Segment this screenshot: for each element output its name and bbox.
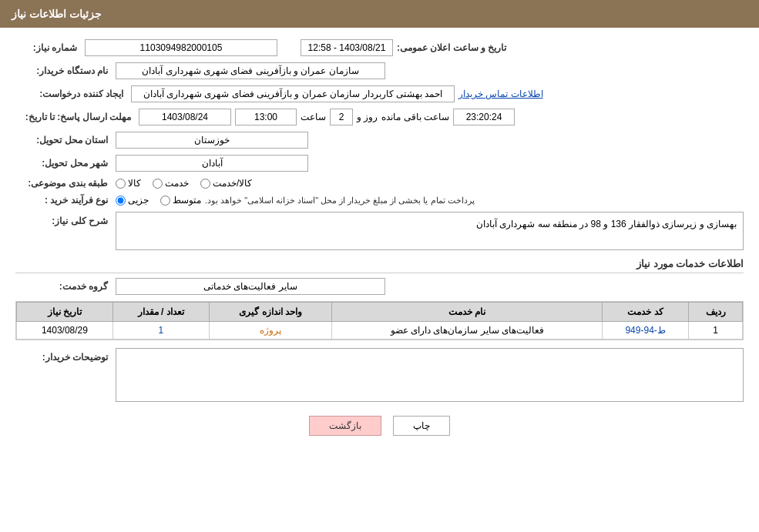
button-row: چاپ بازگشت <box>15 416 744 436</box>
khadamat-section-title: اطلاعات خدمات مورد نیاز <box>15 258 744 273</box>
col-kod: کد خدمت <box>602 303 688 322</box>
table-cell: 1 <box>689 322 743 340</box>
tavzihat-row: توضیحات خریدار: <box>15 348 744 404</box>
print-button[interactable]: چاپ <box>393 416 450 436</box>
ijad-konande-value: احمد بهشتی کاربردار سازمان عمران و بازآف… <box>131 85 455 102</box>
mohlat-time-label: ساعت <box>301 112 326 122</box>
mohlat-baqi-value: 23:20:24 <box>453 109 515 125</box>
mohlat-roz-value: 2 <box>330 109 353 125</box>
col-radif: ردیف <box>689 303 743 322</box>
radio-kala-khadamat[interactable]: کالا/خدمت <box>200 178 252 189</box>
tabaghebandi-label: طبقه بندی موضوعی: <box>15 178 108 189</box>
col-tarikh: تاریخ نیاز <box>17 303 113 322</box>
mohlat-row: 23:20:24 ساعت باقی مانده روز و 2 ساعت 13… <box>15 109 744 125</box>
col-nam: نام خدمت <box>332 303 602 322</box>
shahr-row: آبادان شهر محل تحویل: <box>15 155 744 172</box>
shahr-value: آبادان <box>116 155 308 172</box>
radio-mottaset[interactable]: متوسط <box>160 195 201 206</box>
col-vahed: واحد اندازه گیری <box>209 303 332 322</box>
tavzihat-textarea[interactable] <box>116 348 744 402</box>
shomare-niaz-value: 1103094982000105 <box>85 39 277 56</box>
radio-jozi[interactable]: جزیی <box>116 195 149 206</box>
radio-mottaset-label: متوسط <box>173 195 201 206</box>
mohlat-date-value: 1403/08/24 <box>139 109 231 125</box>
tarikh-value: 1403/08/21 - 12:58 <box>301 39 393 56</box>
noe-farayand-row: پرداخت تمام یا بخشی از مبلغ خریدار از مح… <box>15 195 744 206</box>
radio-khadamat[interactable]: خدمت <box>153 178 189 189</box>
sharh-value: بهسازی و زیرسازی ذوالفقار 136 و 98 در من… <box>476 219 737 229</box>
radio-kala-label: کالا <box>128 178 141 189</box>
shomare-niaz-label: شماره نیاز: <box>15 42 77 53</box>
tavzihat-label: توضیحات خریدار: <box>15 348 108 363</box>
sharh-box: بهسازی و زیرسازی ذوالفقار 136 و 98 در من… <box>116 212 744 250</box>
radio-kala[interactable]: کالا <box>116 178 141 189</box>
mohlat-baqi-label: ساعت باقی مانده <box>381 112 449 122</box>
grohe-khadamat-row: سایر فعالیت‌های خدماتی گروه خدمت: <box>15 278 744 295</box>
table-cell: پروژه <box>209 322 332 340</box>
page-header: جزئیات اطلاعات نیاز <box>0 0 759 28</box>
ijad-konande-row: اطلاعات تماس خریدار احمد بهشتی کاربردار … <box>15 85 744 102</box>
services-table: ردیف کد خدمت نام خدمت واحد اندازه گیری ت… <box>16 302 743 340</box>
grohe-khadamat-label: گروه خدمت: <box>15 281 108 292</box>
nam-dastgah-value: سازمان عمران و بازآفرینی فضای شهری شهردا… <box>116 62 385 79</box>
noe-farayand-desc: پرداخت تمام یا بخشی از مبلغ خریدار از مح… <box>205 196 475 206</box>
col-tedad: تعداد / مقدار <box>113 303 209 322</box>
ostan-label: استان محل تحویل: <box>15 135 108 146</box>
ostan-row: خوزستان استان محل تحویل: <box>15 132 744 149</box>
tabaghebandi-row: کالا/خدمت خدمت کالا طبقه بندی موضوعی: <box>15 178 744 189</box>
radio-jozi-label: جزیی <box>128 195 149 206</box>
radio-khadamat-label: خدمت <box>165 178 189 189</box>
sharh-row: بهسازی و زیرسازی ذوالفقار 136 و 98 در من… <box>15 212 744 250</box>
table-cell: 1403/08/29 <box>17 322 113 340</box>
table-cell: 1 <box>113 322 209 340</box>
table-cell: فعالیت‌های سایر سازمان‌های دارای عضو <box>332 322 602 340</box>
page-title: جزئیات اطلاعات نیاز <box>12 8 102 20</box>
nam-dastgah-label: نام دستگاه خریدار: <box>15 65 108 76</box>
nam-dastgah-row: سازمان عمران و بازآفرینی فضای شهری شهردا… <box>15 62 744 79</box>
tarikh-label: تاریخ و ساعت اعلان عمومی: <box>397 42 506 53</box>
ostan-value: خوزستان <box>116 132 308 149</box>
grohe-khadamat-value: سایر فعالیت‌های خدماتی <box>116 278 385 295</box>
noe-farayand-radio-group: متوسط جزیی <box>116 195 201 206</box>
shahr-label: شهر محل تحویل: <box>15 158 108 169</box>
table-cell: ط-94-949 <box>602 322 688 340</box>
back-button[interactable]: بازگشت <box>309 416 381 436</box>
services-table-wrapper: ردیف کد خدمت نام خدمت واحد اندازه گیری ت… <box>15 301 744 340</box>
ettelaat-tamas-link[interactable]: اطلاعات تماس خریدار <box>458 89 543 99</box>
table-row: 1ط-94-949فعالیت‌های سایر سازمان‌های دارا… <box>17 322 743 340</box>
mohlat-label: مهلت ارسال پاسخ: تا تاریخ: <box>15 112 131 122</box>
shomare-tarikh-row: تاریخ و ساعت اعلان عمومی: 1403/08/21 - 1… <box>15 39 744 56</box>
sharh-label: شرح کلی نیاز: <box>15 212 108 226</box>
mohlat-roz-label: روز و <box>357 112 378 122</box>
ijad-konande-label: ایجاد کننده درخواست: <box>15 89 123 99</box>
mohlat-time-value: 13:00 <box>235 109 297 125</box>
tabaghebandi-radio-group: کالا/خدمت خدمت کالا <box>116 178 252 189</box>
radio-kala-khadamat-label: کالا/خدمت <box>213 178 252 189</box>
noe-farayand-label: نوع فرآیند خرید : <box>15 195 108 206</box>
